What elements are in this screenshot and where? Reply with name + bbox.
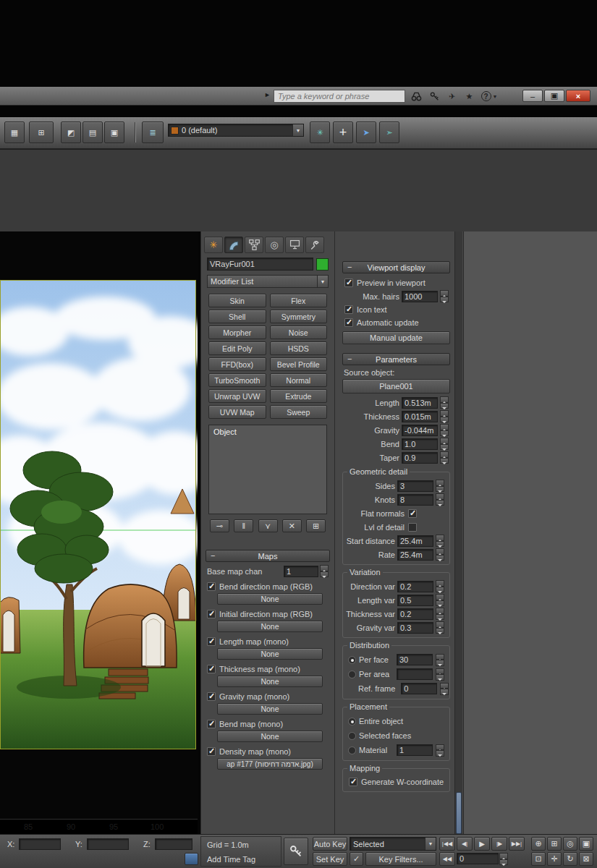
show-end-result-button[interactable]: ‖ (234, 519, 253, 532)
gravity-spinner[interactable] (440, 424, 449, 436)
entire-object-radio[interactable] (348, 718, 356, 726)
modifier-button-morpher[interactable]: Morpher (208, 326, 266, 339)
modifier-button-turbosmooth[interactable]: TurboSmooth (208, 373, 266, 387)
density-map-checkbox[interactable] (207, 747, 216, 756)
gravity-map-checkbox[interactable] (207, 692, 216, 701)
initial-direction-map-checkbox[interactable] (207, 610, 216, 618)
modifier-button-ffd-box[interactable]: FFD(box) (208, 357, 266, 371)
density-map-button[interactable]: ap #177 (אדמה דחיסות.jpg) (217, 758, 323, 770)
modifier-button-hsds[interactable]: HSDS (270, 341, 328, 355)
lvl-of-detail-checkbox[interactable] (408, 523, 417, 532)
automatic-update-checkbox[interactable] (344, 318, 353, 327)
zoom-button[interactable]: ⊕ (531, 837, 546, 851)
panel-scrollbar[interactable] (454, 231, 462, 834)
length-map-checkbox[interactable] (207, 637, 216, 646)
rate-field[interactable]: 25.4m (397, 549, 433, 561)
viewport-display-rollout-header[interactable]: Viewport display (342, 261, 450, 273)
icon-text-checkbox[interactable] (344, 305, 353, 314)
generate-w-coordinate-checkbox[interactable] (349, 778, 357, 786)
key-mode-arrow-icon[interactable] (425, 838, 436, 850)
preview-in-viewport-checkbox[interactable] (344, 278, 353, 287)
tab-create[interactable]: ✳ (204, 237, 223, 253)
previous-frame-button[interactable]: ◀| (457, 837, 473, 851)
current-frame-spinner[interactable] (499, 853, 508, 865)
material-field[interactable]: 1 (397, 744, 433, 756)
modifier-button-flex[interactable]: Flex (270, 294, 328, 307)
per-area-spinner[interactable] (436, 668, 444, 681)
start-distance-spinner[interactable] (436, 535, 444, 547)
sides-spinner[interactable] (436, 480, 444, 492)
bend-direction-map-button[interactable]: None (217, 593, 323, 605)
per-area-field[interactable] (397, 668, 433, 680)
add-to-layer-button[interactable]: + (333, 122, 353, 143)
modifier-button-sweep[interactable]: Sweep (270, 405, 328, 419)
favorites-button[interactable]: ★ (461, 89, 478, 103)
length-var-spinner[interactable] (436, 594, 444, 606)
modifier-stack[interactable]: Object (208, 425, 327, 514)
manual-update-button[interactable]: Manual update (342, 331, 450, 344)
bend-map-button[interactable]: None (217, 731, 323, 742)
help-button[interactable]: ? ▼ (478, 89, 500, 103)
viewport[interactable] (0, 231, 198, 819)
modifier-list-dropdown[interactable]: Modifier List (207, 275, 329, 288)
close-button[interactable]: × (566, 90, 590, 102)
configure-modifier-sets-button[interactable]: ⊞ (306, 519, 326, 532)
start-distance-field[interactable]: 25.4m (397, 535, 433, 547)
ref-frame-spinner[interactable] (440, 683, 449, 695)
length-var-field[interactable]: 0.5 (397, 595, 433, 606)
thickness-field[interactable]: 0.015m (402, 411, 438, 422)
set-key-button[interactable]: Set Key (313, 852, 347, 866)
gravity-var-spinner[interactable] (436, 621, 444, 634)
max-hairs-spinner[interactable] (440, 290, 449, 302)
direction-var-field[interactable]: 0.2 (397, 581, 433, 592)
thickness-spinner[interactable] (440, 410, 449, 422)
zoom-all-button[interactable]: ⊞ (547, 837, 562, 851)
bend-field[interactable]: 1.0 (402, 438, 438, 450)
modifier-button-edit-poly[interactable]: Edit Poly (208, 341, 266, 355)
set-current-layer-button[interactable]: ➣ (379, 122, 399, 143)
orbit-button[interactable]: ↻ (563, 852, 577, 866)
modifier-button-shell[interactable]: Shell (208, 310, 266, 323)
restore-button[interactable]: ▣ (544, 90, 564, 102)
tab-motion[interactable]: ◎ (265, 237, 284, 253)
layer-dropdown-arrow-icon[interactable] (292, 124, 303, 136)
timeline-ruler[interactable]: 85 90 95 100 (0, 819, 198, 834)
modifier-button-uvw-map[interactable]: UVW Map (208, 405, 266, 419)
pin-stack-button[interactable]: ⊸ (210, 519, 229, 532)
modifier-button-unwrap-uvw[interactable]: Unwrap UVW (208, 389, 266, 403)
knots-spinner[interactable] (436, 493, 444, 506)
rate-spinner[interactable] (436, 548, 444, 561)
zoom-region-button[interactable]: ⊡ (531, 852, 546, 866)
scrollbar-thumb[interactable] (456, 792, 462, 834)
key-mode-dropdown[interactable]: Selected (350, 837, 436, 851)
modifier-button-normal[interactable]: Normal (270, 373, 328, 387)
max-hairs-field[interactable]: 1000 (402, 291, 438, 302)
gravity-var-field[interactable]: 0.3 (397, 622, 433, 634)
zoom-extents-all-button[interactable]: ▣ (579, 837, 593, 851)
bend-direction-map-checkbox[interactable] (207, 582, 216, 591)
z-coordinate-field[interactable] (155, 838, 192, 850)
create-layer-button[interactable]: ✳ (310, 122, 330, 143)
modifier-button-noise[interactable]: Noise (270, 326, 328, 339)
gravity-field[interactable]: -0.044m (402, 425, 438, 436)
track-view-button[interactable]: ▦ (4, 122, 25, 143)
x-coordinate-field[interactable] (19, 838, 61, 850)
bend-map-checkbox[interactable] (207, 720, 216, 728)
length-spinner[interactable] (440, 396, 449, 409)
base-map-chan-field[interactable]: 1 (284, 566, 318, 577)
add-time-tag-icon[interactable] (185, 853, 198, 865)
material-spinner[interactable] (436, 744, 444, 757)
tab-utilities[interactable] (305, 237, 324, 253)
per-face-spinner[interactable] (436, 654, 444, 666)
go-to-end-button[interactable]: ▶▶| (509, 837, 525, 851)
add-time-tag-label[interactable]: Add Time Tag (207, 855, 255, 864)
select-objects-in-layer-button[interactable]: ➤ (356, 122, 376, 143)
layer-list-dropdown[interactable]: 0 (default) (168, 124, 304, 137)
current-frame-field[interactable]: 0 (457, 853, 499, 864)
direction-var-spinner[interactable] (436, 580, 444, 592)
source-object-button[interactable]: Plane001 (342, 379, 450, 393)
play-button[interactable]: ▶ (474, 837, 490, 851)
thickness-var-spinner[interactable] (436, 608, 444, 620)
zoom-extents-button[interactable]: ◎ (563, 837, 577, 851)
next-frame-button[interactable]: |▶ (491, 837, 507, 851)
